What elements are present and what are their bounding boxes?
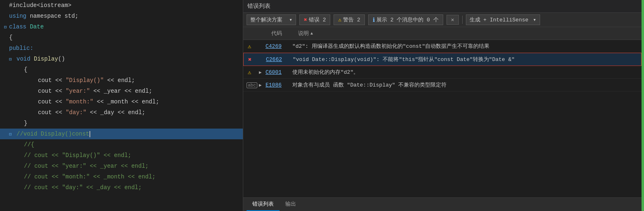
tab-error-list[interactable]: 错误列表 — [247, 198, 280, 211]
col-header-desc: 说明 ▲ — [295, 29, 642, 38]
code-line-5: public: — [0, 43, 243, 54]
col-header-icon — [243, 29, 256, 38]
error-row-c6001[interactable]: ⚠ ▶ C6001 使用未初始化的内存"d2"。 — [243, 66, 642, 79]
right-green-bar — [642, 0, 644, 211]
code-line-4: { — [0, 32, 243, 43]
row-code-c4269[interactable]: C4269 — [262, 42, 289, 50]
col-desc-label: 说明 — [298, 30, 309, 37]
error-filter-btn[interactable]: ✖ 错误 2 — [299, 14, 330, 25]
code-line-8: cout << "Display()" << endl; — [0, 75, 243, 86]
error-table: ⚠ C4269 "d2": 用编译器生成的默认构造函数初始化的"const"自动… — [243, 40, 642, 197]
code-line-13: ⊟ //void Display()const — [0, 129, 243, 139]
code-editor: #include<iostream> using namespace std; … — [0, 0, 243, 211]
row-icon-e1086: abc — [243, 81, 256, 89]
row-expand-c2662 — [256, 59, 263, 60]
code-line-18: // cout << "day:" << _day << endl; — [0, 182, 243, 193]
code-line-10: cout << "month:" << _month << endl; — [0, 96, 243, 107]
row-code-c6001[interactable]: C6001 — [262, 68, 289, 76]
main-area: #include<iostream> using namespace std; … — [0, 0, 644, 211]
scope-dropdown-label: 整个解决方案 — [250, 16, 282, 23]
code-line-17: // cout << "month:" << _month << endl; — [0, 171, 243, 182]
code-line-11: cout << "day:" << _day << endl; — [0, 107, 243, 118]
row-desc-c2662: "void Date::Display(void)": 不能将"this"指针从… — [289, 55, 641, 64]
row-code-e1086[interactable]: E1086 — [262, 81, 289, 89]
info-icon: ℹ — [373, 16, 375, 23]
col-header-code: 代码 — [268, 29, 295, 38]
code-line-3: ⊟ class Date — [0, 21, 243, 32]
row-expand-c6001[interactable]: ▶ — [256, 69, 262, 76]
build-dropdown-label: 生成 + IntelliSense — [470, 16, 529, 23]
col-code-label: 代码 — [271, 30, 282, 37]
scope-dropdown[interactable]: 整个解决方案 ▾ — [247, 14, 296, 25]
code-line-15: // cout << "Display()" << endl; — [0, 150, 243, 161]
filter-icon-btn[interactable]: ✕ — [447, 15, 459, 25]
row-icon-c4269: ⚠ — [243, 42, 256, 51]
col-header-expand — [256, 29, 268, 38]
code-line-14: //{ — [0, 139, 243, 150]
code-line-7: { — [0, 64, 243, 75]
warning-icon: ⚠ — [338, 16, 341, 23]
toolbar-separator — [462, 16, 463, 24]
row-desc-c4269: "d2": 用编译器生成的默认构造函数初始化的"const"自动数据产生不可靠的… — [289, 42, 642, 51]
info-btn-label: 展示 2 个消息中的 0 个 — [376, 16, 439, 23]
scope-dropdown-arrow: ▾ — [289, 16, 292, 23]
sort-icon: ▲ — [310, 31, 313, 36]
code-line-2: using namespace std; — [0, 11, 243, 21]
warning-filter-btn[interactable]: ⚠ 警告 2 — [334, 14, 364, 25]
code-line-16: // cout << "year:" << _year << endl; — [0, 161, 243, 171]
row-expand-c4269 — [256, 45, 262, 47]
error-row-c2662[interactable]: ✖ C2662 "void Date::Display(void)": 不能将"… — [243, 53, 642, 66]
error-panel-title: 错误列表 — [247, 2, 270, 10]
row-expand-e1086[interactable]: ▶ — [256, 82, 262, 89]
error-row-c4269[interactable]: ⚠ C4269 "d2": 用编译器生成的默认构造函数初始化的"const"自动… — [243, 40, 642, 53]
error-row-e1086[interactable]: abc ▶ E1086 对象含有与成员 函数 "Date::Display" 不… — [243, 79, 642, 91]
code-line-12: } — [0, 118, 243, 129]
error-table-header: 代码 说明 ▲ — [243, 27, 642, 40]
warning-btn-label: 警告 2 — [343, 16, 360, 23]
code-line-1: #include<iostream> — [0, 0, 243, 11]
row-icon-c2662: ✖ — [244, 55, 256, 64]
row-code-c2662[interactable]: C2662 — [263, 56, 289, 63]
code-line-9: cout << "year:" << _year << endl; — [0, 86, 243, 96]
build-dropdown[interactable]: 生成 + IntelliSense ▾ — [466, 14, 540, 25]
row-icon-c6001: ⚠ — [243, 68, 256, 77]
error-toolbar: 整个解决方案 ▾ ✖ 错误 2 ⚠ 警告 2 ℹ 展示 2 个消息中的 0 个 … — [243, 13, 642, 27]
code-line-6: ⊟ void Display() — [0, 54, 243, 64]
bottom-tabs: 错误列表 输出 — [243, 197, 642, 211]
filter-icon: ✕ — [451, 16, 454, 23]
info-filter-btn[interactable]: ℹ 展示 2 个消息中的 0 个 — [368, 14, 443, 25]
build-dropdown-arrow: ▾ — [533, 16, 536, 23]
error-icon: ✖ — [304, 16, 307, 23]
row-desc-e1086: 对象含有与成员 函数 "Date::Display" 不兼容的类型限定符 — [289, 80, 642, 89]
error-panel-header: 错误列表 — [243, 0, 642, 13]
error-btn-label: 错误 2 — [309, 16, 326, 23]
error-panel: 错误列表 整个解决方案 ▾ ✖ 错误 2 ⚠ 警告 2 ℹ 展示 2 个消息中的… — [243, 0, 642, 211]
tab-output[interactable]: 输出 — [280, 198, 302, 211]
row-desc-c6001: 使用未初始化的内存"d2"。 — [289, 68, 642, 77]
